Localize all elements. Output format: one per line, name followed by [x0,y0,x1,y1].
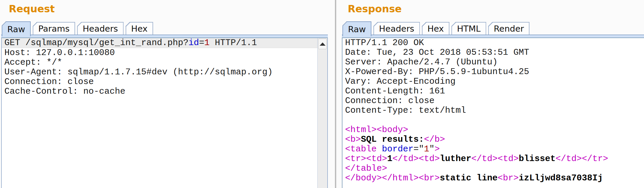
tab-label: Hex [427,24,444,34]
request-editor-scrollbar[interactable] [317,38,327,188]
tab-label: Render [494,24,524,34]
response-tab-bar: RawHeadersHexHTMLRender [342,20,529,35]
response-tab-html[interactable]: HTML [451,22,486,35]
response-tab-raw[interactable]: Raw [342,21,371,36]
code-line: <html><body> [342,125,644,135]
code-line: HTTP/1.1 200 OK [342,38,644,48]
request-editor[interactable]: GET /sqlmap/mysql/get_int_rand.php?id=1 … [1,37,328,188]
code-line: Connection: close [2,77,318,87]
tab-label: Raw [348,24,366,34]
code-line: Content-Type: text/html [342,106,644,115]
tab-label: HTML [457,24,481,34]
request-panel: Request RawParamsHeadersHex GET /sqlmap/… [0,0,335,188]
request-tab-params[interactable]: Params [33,22,75,35]
response-tab-hex[interactable]: Hex [422,22,449,35]
code-line: Host: 127.0.0.1:10080 [2,48,318,58]
code-line: User-Agent: sqlmap/1.1.7.15#dev (http://… [2,67,318,77]
request-panel-title: Request [9,3,55,15]
code-line: Vary: Accept-Encoding [342,77,644,86]
request-tab-hex[interactable]: Hex [126,22,153,35]
code-line: </body></html><br>static line<br>izLljwd… [342,173,644,183]
response-panel-title: Response [348,3,402,15]
code-line [342,115,644,125]
request-raw-text[interactable]: GET /sqlmap/mysql/get_int_rand.php?id=1 … [2,38,318,188]
response-panel: Response RawHeadersHexHTMLRender HTTP/1.… [338,0,644,188]
code-line: Cache-Control: no-cache [2,87,318,96]
arrow-up-icon [320,42,326,46]
tab-label: Headers [379,24,414,34]
scroll-up-button[interactable] [318,39,327,49]
request-tab-raw[interactable]: Raw [2,21,31,36]
code-line: <tr><td>1</td><td>luther</td><td>blisset… [342,154,644,164]
tab-label: Hex [131,24,148,34]
response-raw-text[interactable]: HTTP/1.1 200 OKDate: Tue, 23 Oct 2018 05… [342,38,644,188]
tab-label: Params [38,24,70,34]
code-line: <b>SQL results:</b> [342,135,644,144]
code-line: Accept: */* [2,58,318,67]
code-line: Connection: close [342,96,644,106]
response-tab-headers[interactable]: Headers [373,22,420,35]
tab-label: Raw [7,24,25,34]
request-tab-headers[interactable]: Headers [77,22,124,35]
panel-splitter[interactable] [334,0,337,188]
response-tab-render[interactable]: Render [488,22,529,35]
code-line: X-Powered-By: PHP/5.5.9-1ubuntu4.25 [342,67,644,77]
code-line: Content-Length: 161 [342,86,644,96]
code-line: GET /sqlmap/mysql/get_int_rand.php?id=1 … [2,38,318,48]
response-editor[interactable]: HTTP/1.1 200 OKDate: Tue, 23 Oct 2018 05… [342,37,644,188]
code-line: Server: Apache/2.4.7 (Ubuntu) [342,57,644,67]
code-line: <table border="1"> [342,144,644,154]
code-line: </table> [342,164,644,173]
tab-label: Headers [83,24,118,34]
request-tab-bar: RawParamsHeadersHex [2,20,153,35]
code-line: Date: Tue, 23 Oct 2018 05:53:51 GMT [342,48,644,57]
